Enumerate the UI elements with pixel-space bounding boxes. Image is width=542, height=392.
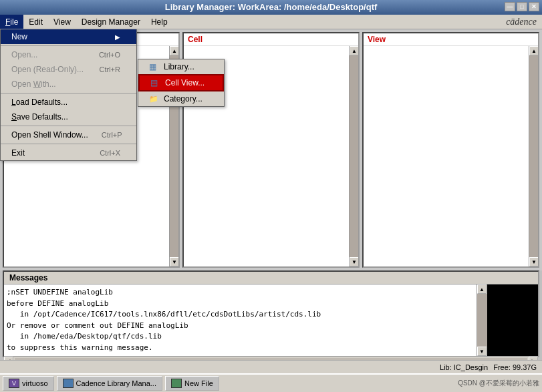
messages-black-panel xyxy=(487,284,538,356)
submenu-library[interactable]: Library... xyxy=(138,59,224,74)
msg-line-2: before DEFINE analogLib xyxy=(7,299,474,310)
submenu-library-label: Library... xyxy=(164,62,194,71)
menu-open-shortcut: Ctrl+O xyxy=(99,51,120,59)
menu-exit-label: Exit xyxy=(11,148,25,158)
msg-scroll-up[interactable]: ▲ xyxy=(477,284,487,294)
new-submenu: Library... Cell View... Category... xyxy=(138,59,225,107)
menu-exit-shortcut: Ctrl+X xyxy=(100,149,120,157)
submenu-cellview[interactable]: Cell View... xyxy=(138,74,224,91)
submenu-arrow: ▶ xyxy=(115,33,120,41)
submenu-cellview-label: Cell View... xyxy=(165,78,205,87)
view-list xyxy=(364,46,529,266)
menu-new-label: New xyxy=(11,32,27,41)
menu-edit[interactable]: Edit xyxy=(23,15,48,29)
status-free: Free: 99.37G xyxy=(493,363,537,371)
cell-panel-title: Cell xyxy=(184,33,358,46)
new-file-icon xyxy=(171,379,182,388)
menu-open-with-label: Open With... xyxy=(11,79,56,89)
msg-line-4: Or remove or comment out DEFINE analogLi… xyxy=(7,321,474,332)
view-scroll-down[interactable]: ▼ xyxy=(529,257,538,266)
taskbar-new-file-label: New File xyxy=(184,379,213,387)
window-title: Library Manager: WorkArea: /home/eda/Des… xyxy=(165,2,378,13)
taskbar-library-manager[interactable]: Cadence Library Mana... xyxy=(57,376,162,391)
menu-open-with[interactable]: Open With... xyxy=(1,77,136,91)
taskbar-virtuoso-label: virtuoso xyxy=(22,379,48,387)
cell-scroll-up[interactable]: ▲ xyxy=(350,46,358,55)
cell-scroll-down[interactable]: ▼ xyxy=(350,257,358,266)
scroll-up-btn[interactable]: ▲ xyxy=(170,46,178,55)
taskbar-virtuoso[interactable]: V virtuoso xyxy=(3,376,54,391)
separator-4 xyxy=(1,144,136,144)
messages-label: Messages xyxy=(9,273,47,282)
menu-exit[interactable]: Exit Ctrl+X xyxy=(1,146,136,160)
menu-file[interactable]: File xyxy=(0,15,23,29)
menu-load-defaults[interactable]: Load Defaults... xyxy=(1,95,136,110)
virtuoso-icon: V xyxy=(9,379,19,388)
menu-shell-window[interactable]: Open Shell Window... Ctrl+P xyxy=(1,128,136,142)
view-panel: View ▲ ▼ xyxy=(362,32,539,268)
file-dropdown: New ▶ Open... Ctrl+O Open (Read-Only)...… xyxy=(0,29,137,161)
menu-save-defaults[interactable]: Save Defaults... xyxy=(1,110,136,124)
separator-2 xyxy=(1,93,136,93)
view-panel-body: ▲ ▼ xyxy=(364,46,538,266)
menu-edit-label: Edit xyxy=(29,17,43,27)
window-controls: — □ ✕ xyxy=(505,2,539,11)
maximize-button[interactable]: □ xyxy=(517,2,527,11)
menu-shell-shortcut: Ctrl+P xyxy=(102,131,122,139)
view-scroll-up[interactable]: ▲ xyxy=(529,46,538,55)
msg-scroll-track xyxy=(477,294,487,347)
menu-new[interactable]: New ▶ xyxy=(1,29,136,44)
menu-view[interactable]: View xyxy=(48,15,76,29)
menu-design-manager[interactable]: Design Manager xyxy=(76,15,146,29)
library-manager-icon xyxy=(63,379,74,388)
messages-header: Messages xyxy=(4,272,538,284)
menu-help[interactable]: Help xyxy=(146,15,173,29)
msg-line-1: ;nSET UNDEFINE analogLib xyxy=(7,287,474,299)
cell-scrollbar[interactable]: ▲ ▼ xyxy=(349,46,358,266)
view-scrollbar[interactable]: ▲ ▼ xyxy=(529,46,538,266)
menu-design-manager-label: Design Manager xyxy=(82,17,140,27)
menu-open-label: Open... xyxy=(11,50,37,59)
msg-line-6: to suppress this warning message. xyxy=(7,343,474,354)
taskbar-watermark: QSDN @不爱采莓的小若雅 xyxy=(458,379,539,388)
cellview-icon xyxy=(150,79,161,87)
messages-text: ;nSET UNDEFINE analogLib before DEFINE a… xyxy=(4,284,477,356)
status-bar: Lib: IC_Desgin Free: 99.37G xyxy=(0,360,542,373)
messages-scrollbar[interactable]: ▲ ▼ xyxy=(477,284,487,356)
separator-3 xyxy=(1,126,136,126)
messages-body: ;nSET UNDEFINE analogLib before DEFINE a… xyxy=(4,284,538,356)
minimize-button[interactable]: — xyxy=(505,2,515,11)
taskbar: V virtuoso Cadence Library Mana... New F… xyxy=(0,373,542,392)
status-lib: Lib: IC_Desgin xyxy=(440,363,488,371)
menu-save-defaults-label: Save Defaults... xyxy=(11,112,68,122)
cadence-logo: cādence xyxy=(506,17,537,27)
cell-scroll-track xyxy=(350,55,358,257)
view-panel-title: View xyxy=(364,33,538,46)
msg-line-3: in /opt/Cadence/IC617/tools.lnx86/dfll/e… xyxy=(7,309,474,321)
taskbar-library-manager-label: Cadence Library Mana... xyxy=(76,379,156,387)
menu-open-readonly-shortcut: Ctrl+R xyxy=(100,65,120,73)
scroll-down-btn[interactable]: ▼ xyxy=(170,257,178,266)
msg-line-5: in /home/eda/Desktop/qtf/cds.lib xyxy=(7,331,474,343)
title-bar: Library Manager: WorkArea: /home/eda/Des… xyxy=(0,0,542,15)
view-scroll-track xyxy=(529,55,538,257)
menu-file-label: File xyxy=(5,17,18,27)
menu-open-readonly[interactable]: Open (Read-Only)... Ctrl+R xyxy=(1,62,136,77)
menu-open-readonly-label: Open (Read-Only)... xyxy=(11,65,84,74)
category-icon xyxy=(149,95,160,103)
messages-area: Messages ;nSET UNDEFINE analogLib before… xyxy=(3,270,539,357)
taskbar-new-file[interactable]: New File xyxy=(165,376,219,391)
menu-load-defaults-label: Load Defaults... xyxy=(11,97,67,107)
library-icon xyxy=(149,63,160,71)
separator-1 xyxy=(1,45,136,46)
menu-bar: File Edit View Design Manager Help cāden… xyxy=(0,15,542,29)
submenu-category-label: Category... xyxy=(164,94,202,104)
submenu-category[interactable]: Category... xyxy=(138,91,224,106)
menu-open[interactable]: Open... Ctrl+O xyxy=(1,47,136,62)
menu-view-label: View xyxy=(53,17,71,27)
close-button[interactable]: ✕ xyxy=(529,2,539,11)
msg-scroll-down[interactable]: ▼ xyxy=(477,347,487,356)
menu-help-label: Help xyxy=(151,17,168,27)
menu-shell-window-label: Open Shell Window... xyxy=(11,130,88,140)
